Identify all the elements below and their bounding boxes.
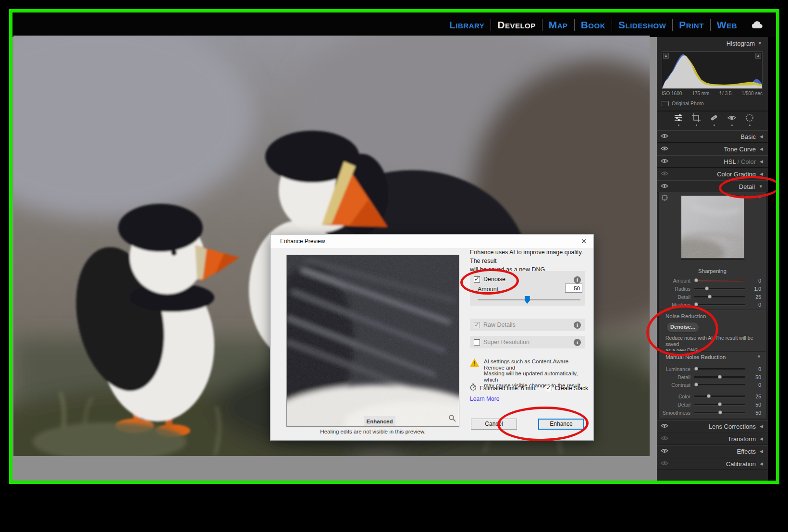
amount-slider-thumb[interactable] xyxy=(525,296,530,304)
slider-thumb[interactable] xyxy=(694,278,698,282)
manual-noise-reduction-header[interactable]: Manual Noise Reduction ▼ xyxy=(665,354,761,360)
eye-icon[interactable] xyxy=(661,133,668,140)
panel-header-color-grading[interactable]: Color Grading ◀ xyxy=(657,168,768,180)
collapse-triangle-icon[interactable]: ◀ xyxy=(760,159,763,164)
amount-slider-track[interactable] xyxy=(478,299,580,300)
nav-web[interactable]: Web xyxy=(711,19,743,31)
exif-readout: ISO 1600 175 mm f / 3.5 1/500 sec xyxy=(662,91,763,96)
slider-smoothness: Smoothness 50 xyxy=(659,409,766,417)
eye-icon[interactable] xyxy=(661,146,668,152)
preview-footnote: Healing edits are not visible in this pr… xyxy=(286,429,459,434)
slider-track[interactable] xyxy=(694,396,745,397)
collapse-triangle-icon[interactable]: ◀ xyxy=(760,461,763,466)
slider-thumb[interactable] xyxy=(718,402,722,406)
nav-develop[interactable]: Develop xyxy=(491,19,542,31)
panel-header-detail[interactable]: Detail ▼ xyxy=(657,180,768,193)
cancel-button[interactable]: Cancel xyxy=(471,419,517,430)
raw-details-group: Raw Details i xyxy=(470,319,585,331)
nav-library[interactable]: Library xyxy=(443,19,491,31)
enhanced-badge: Enhanced xyxy=(364,416,395,427)
slider-thumb[interactable] xyxy=(694,302,698,306)
panel-header-lens-corrections[interactable]: Lens Corrections ◀ xyxy=(657,420,768,433)
slider-thumb[interactable] xyxy=(694,383,698,386)
histogram-graph[interactable]: ▲ ▲ xyxy=(662,51,763,89)
denoise-button[interactable]: Denoise... xyxy=(666,322,699,333)
original-photo-indicator[interactable]: Original Photo xyxy=(662,100,704,106)
collapse-triangle-icon[interactable]: ▼ xyxy=(759,184,763,189)
healing-tool-icon[interactable] xyxy=(709,113,719,127)
slider-track[interactable] xyxy=(694,368,745,370)
enhance-preview-image[interactable]: Enhanced xyxy=(286,255,459,427)
eye-icon[interactable] xyxy=(661,183,668,190)
slider-track[interactable] xyxy=(694,412,745,414)
info-icon[interactable]: i xyxy=(574,322,581,329)
slider-track[interactable] xyxy=(694,280,745,282)
create-stack-label: Create Stack xyxy=(555,385,588,392)
nav-map[interactable]: Map xyxy=(542,19,574,31)
slider-track[interactable] xyxy=(694,304,745,306)
histogram-header[interactable]: Histogram ▼ xyxy=(657,38,768,49)
nav-book[interactable]: Book xyxy=(575,19,612,31)
slider-sharpen-amount: Amount 0 xyxy=(659,277,766,285)
slider-track[interactable] xyxy=(694,384,745,386)
nav-print[interactable]: Print xyxy=(673,19,710,31)
collapse-triangle-icon[interactable]: ▼ xyxy=(757,354,761,360)
slider-thumb[interactable] xyxy=(707,394,711,398)
eye-icon[interactable] xyxy=(661,158,668,165)
detail-target-icon[interactable] xyxy=(662,195,668,202)
amount-label: Amount xyxy=(478,286,498,293)
close-icon[interactable]: ✕ xyxy=(581,238,587,245)
collapse-triangle-icon[interactable]: ▼ xyxy=(758,41,762,46)
slider-track[interactable] xyxy=(694,404,745,406)
red-eye-tool-icon[interactable] xyxy=(726,113,737,127)
slider-thumb[interactable] xyxy=(705,286,709,290)
collapse-triangle-icon[interactable]: ◀ xyxy=(760,147,763,151)
panel-header-hsl-color[interactable]: HSL / Color ◀ xyxy=(657,155,768,168)
magnifier-icon[interactable] xyxy=(448,414,456,424)
eye-icon[interactable] xyxy=(661,171,668,177)
crop-tool-icon[interactable] xyxy=(691,113,702,127)
slider-thumb[interactable] xyxy=(694,367,698,371)
slider-track[interactable] xyxy=(694,288,745,290)
enhance-button[interactable]: Enhance xyxy=(538,419,584,430)
nav-slideshow[interactable]: Slideshow xyxy=(612,19,672,31)
original-photo-label: Original Photo xyxy=(672,100,704,106)
collapse-triangle-icon[interactable]: ◀ xyxy=(760,134,763,139)
photo-frame-icon xyxy=(662,101,669,106)
collapse-triangle-icon[interactable]: ◀ xyxy=(760,424,763,429)
info-icon[interactable]: i xyxy=(574,276,581,284)
slider-luminance-detail: Detail 50 xyxy=(659,373,766,381)
slider-thumb[interactable] xyxy=(708,295,712,298)
amount-input[interactable] xyxy=(565,284,582,293)
slider-thumb[interactable] xyxy=(718,375,722,379)
tool-strip xyxy=(673,113,755,127)
slider-track[interactable] xyxy=(694,376,745,378)
eye-icon[interactable] xyxy=(661,423,668,430)
collapse-triangle-icon[interactable]: ◀ xyxy=(760,436,763,441)
panel-header-transform[interactable]: Transform ◀ xyxy=(657,433,768,445)
panel-header-basic[interactable]: Basic ◀ xyxy=(657,130,768,143)
detail-preview-square[interactable] xyxy=(681,195,745,260)
slider-track[interactable] xyxy=(694,296,745,298)
collapse-triangle-icon[interactable]: ▼ xyxy=(758,195,762,202)
masking-tool-icon[interactable] xyxy=(744,113,755,127)
info-icon[interactable]: i xyxy=(574,339,581,346)
slider-sharpen-detail: Detail 25 xyxy=(659,293,766,301)
cloud-sync-icon[interactable] xyxy=(751,21,763,29)
shutter-value: 1/500 sec xyxy=(742,91,763,96)
learn-more-link[interactable]: Learn More xyxy=(470,396,499,402)
edit-sliders-icon[interactable] xyxy=(673,113,684,127)
collapse-triangle-icon[interactable]: ◀ xyxy=(760,172,763,176)
panel-header-effects[interactable]: Effects ◀ xyxy=(657,445,768,458)
eye-icon[interactable] xyxy=(661,448,668,455)
panel-header-calibration[interactable]: Calibration ◀ xyxy=(657,458,768,470)
collapse-triangle-icon[interactable]: ◀ xyxy=(760,449,763,454)
panel-header-tone-curve[interactable]: Tone Curve ◀ xyxy=(657,143,768,155)
eye-icon[interactable] xyxy=(661,460,668,467)
create-stack-checkbox[interactable] xyxy=(546,385,552,391)
highlight-clipping-icon[interactable]: ▲ xyxy=(755,53,761,59)
shadow-clipping-icon[interactable]: ▲ xyxy=(663,53,669,59)
denoise-checkbox[interactable] xyxy=(474,276,480,283)
slider-thumb[interactable] xyxy=(718,410,722,414)
eye-icon[interactable] xyxy=(661,435,668,442)
